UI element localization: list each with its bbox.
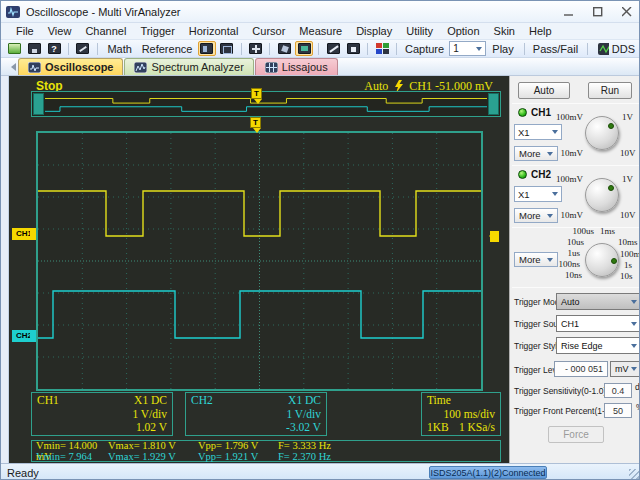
dds-button[interactable]: DDS: [592, 41, 640, 56]
trigger-mode-combobox[interactable]: Auto: [556, 293, 640, 310]
auto-button[interactable]: Auto: [518, 82, 570, 99]
tools-button[interactable]: [74, 41, 92, 56]
menu-item-cursor[interactable]: Cursor: [245, 24, 292, 38]
draw-line-button[interactable]: [324, 41, 342, 56]
left-splitter[interactable]: [1, 76, 9, 463]
trigger-sensitivity-field[interactable]: 0.4: [604, 383, 632, 398]
chevron-down-icon: [552, 192, 558, 199]
timebase-more-button[interactable]: More: [514, 252, 558, 267]
ch2-info-box: CH2X1 DC 1 V/div -3.02 V: [185, 392, 327, 436]
time-knob-label-10us: 10us: [550, 237, 584, 247]
preview-right-handle[interactable]: [488, 93, 499, 115]
time-knob-label-10ms: 10ms: [618, 237, 638, 247]
minimize-button[interactable]: [554, 1, 583, 22]
trigger-sensitivity-label: Trigger Sensitivity(0-1.0): [514, 386, 606, 396]
main-plot[interactable]: [36, 131, 483, 391]
menu-item-measure[interactable]: Measure: [292, 24, 349, 38]
time-knob-label-100ms: 100ms: [620, 249, 640, 259]
color-button[interactable]: [373, 41, 391, 56]
trigger-style-combobox[interactable]: Rise Edge: [556, 337, 640, 354]
ch2-led-icon[interactable]: [518, 170, 527, 179]
timebase-knob[interactable]: [585, 243, 619, 277]
open-folder-icon: [8, 43, 21, 54]
passfail-button[interactable]: Pass/Fail: [529, 41, 581, 56]
open-button[interactable]: [5, 41, 23, 56]
time-knob-label-1s: 1s: [624, 260, 632, 270]
time-info-depth: 1KB: [427, 421, 449, 435]
app-icon: [6, 5, 20, 19]
chevron-down-icon: [631, 300, 637, 307]
menu-item-option[interactable]: Option: [440, 24, 486, 38]
math-button[interactable]: Math: [103, 41, 137, 56]
ch1-info-box: CH1X1 DC 1 V/div 1.02 V: [31, 392, 173, 436]
menu-item-view[interactable]: View: [41, 24, 79, 38]
preview-left-handle[interactable]: [33, 93, 44, 115]
menu-item-file[interactable]: File: [9, 24, 41, 38]
trigger-front-field[interactable]: 50: [604, 403, 632, 418]
chevron-down-icon: [552, 130, 558, 137]
ch1-volts-knob[interactable]: [585, 116, 619, 150]
ch2-more-button[interactable]: More: [514, 208, 558, 223]
trigger-level-marker[interactable]: [490, 231, 499, 242]
stop-draw-button[interactable]: [344, 41, 362, 56]
ch1-knob-label-10v: 10V: [620, 148, 636, 158]
ch2-knob-label-10mv: 10mV: [555, 210, 583, 220]
ch1-more-button[interactable]: More: [514, 146, 558, 161]
window-view-button[interactable]: [218, 41, 236, 56]
trigger-source-combobox[interactable]: CH1: [556, 315, 640, 332]
dds-wave-icon: [598, 43, 608, 55]
ch2-measurements: Vmin= 7.964 mV Vmax= 1.929 V Vpp= 1.921 …: [32, 452, 500, 463]
ch2-position-marker[interactable]: CH2: [12, 330, 36, 342]
force-button[interactable]: Force: [548, 426, 604, 443]
tab-spectrum-analyzer[interactable]: Spectrum Analyzer: [124, 58, 253, 75]
preview-ch2-trace: [45, 107, 487, 112]
play-button[interactable]: Play: [488, 41, 519, 56]
chevron-down-icon: [631, 344, 637, 351]
trigger-mode-value: Auto: [561, 297, 580, 307]
rotate-display-button[interactable]: [275, 41, 293, 56]
help-button[interactable]: ?: [45, 41, 63, 56]
move-button[interactable]: [246, 41, 264, 56]
grid-lines: [38, 133, 481, 389]
menu-item-trigger[interactable]: Trigger: [133, 24, 181, 38]
menu-item-channel[interactable]: Channel: [78, 24, 133, 38]
reference-button[interactable]: Reference: [138, 41, 195, 56]
close-button[interactable]: [612, 1, 640, 22]
ch2-knob-label-100mv: 100mV: [550, 174, 583, 184]
menu-item-help[interactable]: Help: [522, 24, 559, 38]
menu-item-skin[interactable]: Skin: [487, 24, 522, 38]
ch1-probe-combobox[interactable]: X1: [514, 124, 562, 140]
waveform-display: [38, 133, 481, 389]
trigger-style-label: Trigger Style: [514, 341, 562, 351]
window-icon: [220, 43, 233, 54]
tab-lissajous[interactable]: Lissajous: [255, 58, 338, 75]
trigger-time-marker-preview[interactable]: T: [251, 88, 262, 99]
save-button[interactable]: [25, 41, 43, 56]
ch2-knob-label-1v: 1V: [622, 174, 633, 184]
split-view-button[interactable]: [198, 41, 216, 56]
trigger-level-field[interactable]: - 000 051: [554, 361, 608, 377]
capture-count-combobox[interactable]: 1: [449, 41, 485, 56]
capture-label: Capture: [402, 43, 447, 55]
ch2-info-scale: 1 V/div: [191, 408, 321, 422]
tab-scroll-left-button[interactable]: [4, 59, 18, 75]
tab-oscilloscope[interactable]: Oscilloscope: [18, 58, 123, 75]
split-view-icon: [200, 43, 213, 54]
screen-button[interactable]: [295, 41, 313, 56]
ch2-probe-combobox[interactable]: X1: [514, 186, 562, 202]
save-icon: [28, 43, 41, 54]
menu-item-utility[interactable]: Utility: [399, 24, 440, 38]
scope-display-area: Stop Auto CH1 -51.000 mV T T: [9, 76, 509, 463]
waveform-preview-strip[interactable]: [31, 91, 501, 117]
ch2-volts-knob[interactable]: [585, 178, 619, 212]
run-button[interactable]: Run: [588, 82, 632, 99]
ch1-position-marker[interactable]: CH1: [12, 228, 36, 240]
menu-item-display[interactable]: Display: [349, 24, 399, 38]
maximize-button[interactable]: [583, 1, 612, 22]
trigger-time-marker-main[interactable]: T: [250, 117, 261, 128]
ch1-led-icon[interactable]: [518, 108, 527, 117]
menu-item-horizontal[interactable]: Horizontal: [182, 24, 246, 38]
toolbar: ? Math Reference Capture 1 Play Pas: [1, 40, 640, 58]
resize-grip[interactable]: [629, 469, 639, 479]
trigger-level-unit-combobox[interactable]: mV: [610, 361, 640, 377]
